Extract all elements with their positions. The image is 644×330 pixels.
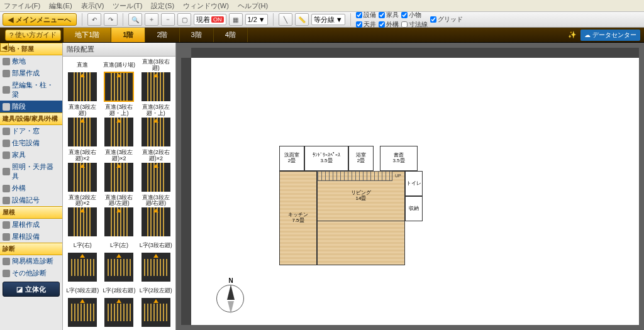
palette-item[interactable]: 直進(3段右廻)×2: [65, 150, 99, 192]
palette-item-label: 直進(3段右廻・上): [102, 104, 136, 117]
room-storage[interactable]: 収納: [405, 196, 423, 221]
palette-item[interactable]: L字(左): [102, 239, 136, 282]
check-equipment[interactable]: 設備: [356, 11, 376, 19]
palette-item[interactable]: 直進: [65, 59, 99, 102]
drawing-canvas[interactable]: 洗面室2畳 ﾗﾝﾄﾞﾘｰｽﾍﾟｰｽ3.5畳 浴室2畳 書斎3.5畳 トイレ 収納…: [191, 58, 639, 325]
menu-file[interactable]: ファイル(F): [4, 1, 40, 11]
room-study[interactable]: 書斎3.5畳: [380, 146, 418, 171]
stairs-thumb-icon: [68, 207, 97, 236]
check-dimension[interactable]: 寸法線: [401, 20, 428, 29]
sidebar-item-exterior[interactable]: 外構: [0, 182, 62, 194]
sidebar-item-site[interactable]: 敷地: [0, 55, 62, 67]
sidebar-item-furniture[interactable]: 家具: [0, 149, 62, 161]
floor-tab-b1[interactable]: 地下1階: [64, 28, 111, 42]
palette-item[interactable]: 直進(3段左廻・上): [139, 104, 173, 147]
visibility-col4: グリッド: [430, 15, 463, 24]
help-guide-button[interactable]: ?使い方ガイド: [5, 30, 61, 41]
datacenter-button[interactable]: ☁ データセンター: [580, 30, 640, 41]
zoom-in-button[interactable]: ＋: [145, 13, 158, 26]
palette-grid[interactable]: 直進直進(踊り場)直進(3段右廻)直進(3段左廻)直進(3段右廻・上)直進(3段…: [63, 57, 175, 330]
sidebar-item-wall[interactable]: 壁編集・柱・梁: [0, 79, 62, 101]
compass-n-label: N: [228, 277, 233, 284]
check-grid[interactable]: グリッド: [430, 15, 463, 24]
floor-plan: 洗面室2畳 ﾗﾝﾄﾞﾘｰｽﾍﾟｰｽ3.5畳 浴室2畳 書斎3.5畳 トイレ 収納…: [279, 146, 443, 265]
stairs-palette: 階段配置 直進直進(踊り場)直進(3段右廻)直進(3段左廻)直進(3段右廻・上)…: [63, 43, 176, 330]
sidebar-item-other-diag[interactable]: その他診断: [0, 267, 62, 279]
wizard-icon[interactable]: ✨: [568, 31, 577, 39]
visibility-col1: 設備 天井: [356, 11, 376, 29]
sidebar-item-lighting[interactable]: 照明・天井器具: [0, 161, 62, 182]
room-living-ext[interactable]: [317, 221, 405, 265]
room-bath[interactable]: 浴室2畳: [348, 146, 374, 171]
line-tool-button[interactable]: ╲: [279, 13, 292, 26]
diag-icon: [3, 270, 10, 277]
palette-item[interactable]: 直進(2段左廻)×2: [65, 194, 99, 237]
check-furniture[interactable]: 家具: [379, 11, 399, 19]
palette-item[interactable]: 直進(3段左廻): [65, 104, 99, 147]
undo-button[interactable]: ↶: [87, 13, 101, 26]
palette-item-label: 直進(3段右廻)×2: [65, 150, 99, 162]
zoom-out-button[interactable]: －: [161, 13, 175, 26]
separator: [82, 13, 82, 26]
stairs-symbol[interactable]: [317, 171, 392, 181]
menu-window[interactable]: ウィンドウ(W): [183, 1, 229, 11]
canvas-area: 洗面室2畳 ﾗﾝﾄﾞﾘｰｽﾍﾟｰｽ3.5畳 浴室2畳 書斎3.5畳 トイレ 収納…: [176, 43, 644, 330]
compass: N: [216, 285, 245, 314]
palette-item[interactable]: 直進(3段右廻・上): [102, 104, 136, 147]
menu-help[interactable]: ヘルプ(H): [238, 1, 268, 11]
collapse-left-icon[interactable]: ◀: [0, 43, 9, 52]
fit-button[interactable]: ▢: [177, 13, 191, 26]
sidebar-item-roof-equip[interactable]: 屋根設備: [0, 231, 62, 243]
floor-tab-1f[interactable]: 1階: [111, 28, 145, 42]
room-kitchen[interactable]: キッチン7.5畳: [279, 171, 317, 265]
genko-toggle[interactable]: 現着ON: [194, 14, 226, 25]
palette-item[interactable]: L字(右): [65, 239, 99, 282]
palette-item[interactable]: 直進(3段左廻)×2: [102, 150, 136, 192]
sidebar-item-structure[interactable]: 簡易構造診断: [0, 255, 62, 267]
build-3d-button[interactable]: ◪立体化: [3, 282, 60, 297]
room-washroom[interactable]: 洗面室2畳: [279, 146, 304, 171]
check-exterior[interactable]: 外構: [379, 20, 399, 29]
menu-tool[interactable]: ツール(T): [113, 1, 142, 11]
palette-item[interactable]: L字(2段左廻): [139, 285, 173, 327]
menu-setting[interactable]: 設定(S): [151, 1, 174, 11]
palette-item[interactable]: L字(2段右廻): [102, 285, 136, 327]
palette-item[interactable]: 直進(3段右廻): [139, 59, 173, 102]
measure-tool-button[interactable]: 📏: [295, 13, 309, 26]
stairs-thumb-icon: [104, 298, 133, 327]
separator: [273, 13, 274, 26]
floor-tab-3f[interactable]: 3階: [180, 28, 214, 42]
zoom-button[interactable]: 🔍: [128, 13, 142, 26]
check-ceiling[interactable]: 天井: [356, 20, 376, 29]
sidebar-item-equipment[interactable]: 住宅設備: [0, 137, 62, 149]
separator: [350, 13, 351, 26]
floor-tab-2f[interactable]: 2階: [145, 28, 179, 42]
palette-item[interactable]: 直進(3段右廻/左廻): [102, 194, 136, 237]
separator: [123, 13, 123, 26]
palette-item-label: L字(右): [74, 239, 92, 252]
palette-item[interactable]: 直進(2段右廻)×2: [139, 150, 173, 192]
palette-item[interactable]: L字(3段右廻): [139, 239, 173, 282]
floor-tab-4f[interactable]: 4階: [214, 28, 248, 42]
menu-view[interactable]: 表示(V): [81, 1, 104, 11]
check-accessory[interactable]: 小物: [401, 11, 428, 19]
room-toilet[interactable]: トイレ: [405, 171, 423, 196]
sidebar-item-room[interactable]: 部屋作成: [0, 67, 62, 79]
structure-icon: [3, 258, 10, 265]
palette-item[interactable]: L字(3段左廻): [65, 285, 99, 327]
main-menu-button[interactable]: ◀ メインメニューへ: [3, 13, 77, 26]
redo-button[interactable]: ↷: [104, 13, 118, 26]
palette-item[interactable]: 直進(踊り場): [102, 59, 136, 102]
palette-item-label: 直進(2段右廻)×2: [139, 150, 173, 162]
room-laundry[interactable]: ﾗﾝﾄﾞﾘｰｽﾍﾟｰｽ3.5畳: [304, 146, 348, 171]
sidebar-item-door[interactable]: ドア・窓: [0, 125, 62, 137]
group-diagnosis: 診断: [0, 243, 62, 255]
line-mode-select[interactable]: 等分線 ▼: [311, 14, 345, 25]
scale-select[interactable]: 1/2 ▼: [245, 14, 268, 25]
grid-button[interactable]: ▦: [229, 13, 243, 26]
sidebar-item-stairs[interactable]: 階段: [0, 101, 62, 113]
sidebar-item-roof-create[interactable]: 屋根作成: [0, 219, 62, 231]
sidebar-item-symbol[interactable]: 設備記号: [0, 194, 62, 206]
menu-edit[interactable]: 編集(E): [49, 1, 72, 11]
palette-item[interactable]: 直進(3段左廻/右廻): [139, 194, 173, 237]
